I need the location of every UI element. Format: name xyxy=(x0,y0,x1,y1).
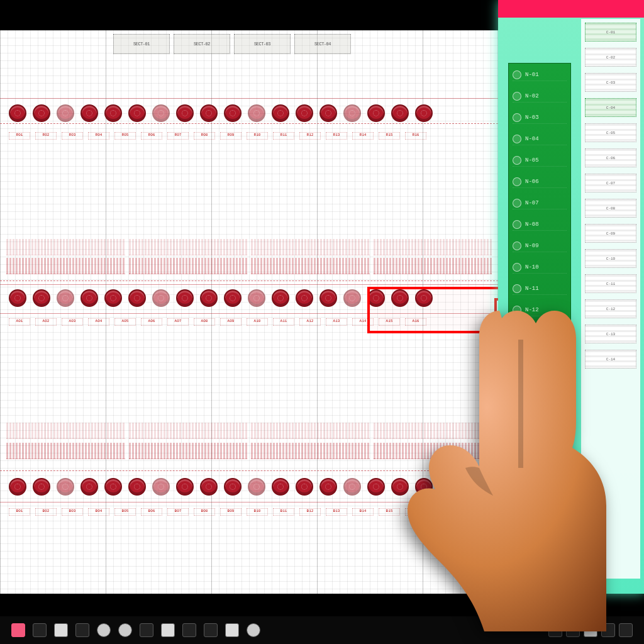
nav-item[interactable]: N-04 xyxy=(513,133,567,145)
node-dot[interactable] xyxy=(319,104,337,122)
node-dot[interactable] xyxy=(57,289,74,307)
node-dot[interactable] xyxy=(152,289,170,307)
taskbar-icon[interactable] xyxy=(204,623,218,637)
taskbar-icon[interactable] xyxy=(225,623,239,637)
node-dot[interactable] xyxy=(415,478,433,496)
node-dot[interactable] xyxy=(9,478,26,496)
side-accent-bar xyxy=(498,0,644,18)
taskbar-icon[interactable] xyxy=(118,623,132,637)
list-card[interactable]: C-13 xyxy=(585,325,636,343)
node-dot[interactable] xyxy=(128,289,146,307)
node-dot[interactable] xyxy=(33,104,50,122)
node-dot[interactable] xyxy=(80,289,98,307)
node-dot[interactable] xyxy=(296,289,313,307)
taskbar-icon[interactable] xyxy=(161,623,175,637)
list-card[interactable]: C-03 xyxy=(585,73,636,92)
taskbar-icon[interactable] xyxy=(11,623,25,637)
tray-icon[interactable] xyxy=(548,623,562,637)
node-dot[interactable] xyxy=(176,104,194,122)
node-dot[interactable] xyxy=(415,104,433,122)
nav-item[interactable]: N-05 xyxy=(513,154,567,167)
node-dot[interactable] xyxy=(80,478,98,496)
node-dot[interactable] xyxy=(128,478,146,496)
selection-rectangle[interactable] xyxy=(367,287,504,333)
node-dot[interactable] xyxy=(248,289,265,307)
nav-item[interactable]: N-11 xyxy=(513,282,567,295)
nav-item[interactable]: N-12 xyxy=(513,304,567,316)
node-dot[interactable] xyxy=(391,478,409,496)
list-card[interactable]: C-08 xyxy=(585,199,636,218)
node-dot[interactable] xyxy=(272,289,289,307)
node-dot[interactable] xyxy=(152,104,170,122)
list-card[interactable]: C-02 xyxy=(585,48,636,67)
nav-item[interactable]: N-01 xyxy=(513,69,567,81)
tray-icon[interactable] xyxy=(584,623,597,637)
list-card[interactable]: C-06 xyxy=(585,148,636,167)
node-dot[interactable] xyxy=(104,289,122,307)
list-card[interactable]: C-07 xyxy=(585,174,636,192)
taskbar-icon[interactable] xyxy=(33,623,47,637)
node-dot[interactable] xyxy=(80,104,98,122)
taskbar-icon[interactable] xyxy=(75,623,89,637)
node-dot[interactable] xyxy=(272,104,289,122)
taskbar-icon[interactable] xyxy=(140,623,153,637)
node-dot[interactable] xyxy=(57,104,74,122)
nav-item[interactable]: N-08 xyxy=(513,218,567,231)
taskbar-icon[interactable] xyxy=(182,623,196,637)
node-dot[interactable] xyxy=(343,289,361,307)
list-card[interactable]: C-09 xyxy=(585,224,636,243)
taskbar-icon[interactable] xyxy=(97,623,111,637)
node-dot[interactable] xyxy=(391,104,409,122)
list-card[interactable]: C-12 xyxy=(585,299,636,318)
taskbar-icon[interactable] xyxy=(54,623,68,637)
tray-icon[interactable] xyxy=(566,623,580,637)
node-dot[interactable] xyxy=(33,289,50,307)
tray-icon[interactable] xyxy=(601,623,615,637)
list-card[interactable]: C-05 xyxy=(585,123,636,142)
node-dot[interactable] xyxy=(224,104,242,122)
node-dot[interactable] xyxy=(296,478,313,496)
node-dot[interactable] xyxy=(224,478,242,496)
node-dot[interactable] xyxy=(319,478,337,496)
nav-item[interactable]: N-09 xyxy=(513,240,567,252)
dot-row-1[interactable] xyxy=(0,101,498,126)
list-card[interactable]: C-11 xyxy=(585,274,636,293)
node-dot[interactable] xyxy=(319,289,337,307)
node-dot[interactable] xyxy=(248,478,265,496)
nav-item[interactable]: N-07 xyxy=(513,197,567,209)
node-dot[interactable] xyxy=(33,478,50,496)
node-dot[interactable] xyxy=(9,289,26,307)
node-dot[interactable] xyxy=(200,478,218,496)
node-dot[interactable] xyxy=(296,104,313,122)
node-dot[interactable] xyxy=(200,289,218,307)
taskbar[interactable] xyxy=(0,616,644,644)
node-dot[interactable] xyxy=(128,104,146,122)
list-card[interactable]: C-01 xyxy=(585,23,636,42)
node-dot[interactable] xyxy=(224,289,242,307)
nav-item[interactable]: N-06 xyxy=(513,175,567,188)
node-dot[interactable] xyxy=(176,478,194,496)
list-card[interactable]: C-04 xyxy=(585,98,636,117)
node-dot[interactable] xyxy=(176,289,194,307)
node-dot[interactable] xyxy=(343,104,361,122)
node-dot[interactable] xyxy=(152,478,170,496)
nav-item[interactable]: N-02 xyxy=(513,90,567,103)
card-list[interactable]: C-01C-02C-03C-04C-05C-06C-07C-08C-09C-10… xyxy=(581,19,640,579)
node-dot[interactable] xyxy=(248,104,265,122)
node-dot[interactable] xyxy=(9,104,26,122)
node-dot[interactable] xyxy=(367,478,385,496)
node-dot[interactable] xyxy=(57,478,74,496)
node-dot[interactable] xyxy=(367,104,385,122)
list-card[interactable]: C-10 xyxy=(585,249,636,268)
taskbar-icon[interactable] xyxy=(247,623,260,637)
node-dot[interactable] xyxy=(200,104,218,122)
list-card[interactable]: C-14 xyxy=(585,350,636,369)
nav-item[interactable]: N-03 xyxy=(513,111,567,124)
node-dot[interactable] xyxy=(104,478,122,496)
node-dot[interactable] xyxy=(343,478,361,496)
tray-icon[interactable] xyxy=(619,623,633,637)
nav-item[interactable]: N-10 xyxy=(513,261,567,274)
dot-row-3[interactable] xyxy=(0,474,498,499)
node-dot[interactable] xyxy=(104,104,122,122)
node-dot[interactable] xyxy=(272,478,289,496)
